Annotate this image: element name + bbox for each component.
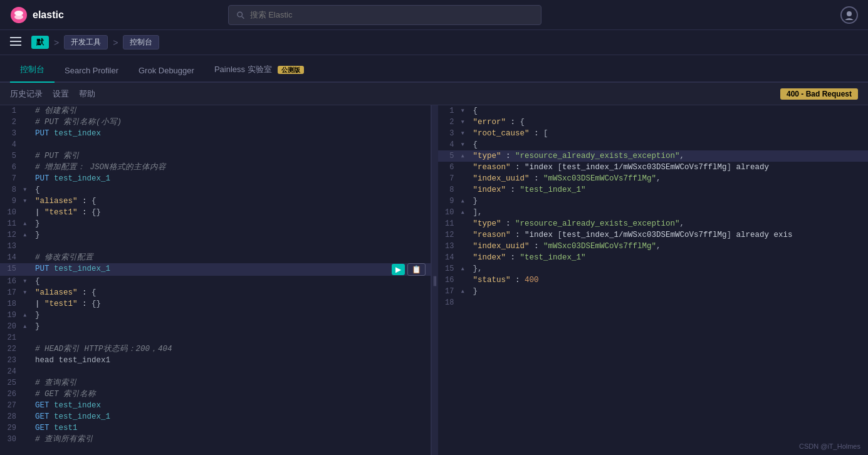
settings-button[interactable]: 设置: [53, 88, 69, 100]
global-search-bar[interactable]: [228, 5, 541, 25]
svg-point-5: [847, 11, 852, 16]
fold-arrow[interactable]: ▴: [461, 196, 471, 207]
code-line: 29 GET test1: [0, 422, 431, 434]
breadcrumb-sep-1: >: [54, 38, 59, 48]
fold-arrow[interactable]: [23, 332, 33, 343]
code-line: 19▴ }: [0, 310, 431, 321]
breadcrumb-devtools[interactable]: 开发工具: [64, 35, 108, 50]
fold-arrow[interactable]: [23, 128, 33, 139]
line-content: [33, 139, 431, 150]
code-line: 15 PUT test_index_1▶📋: [0, 263, 431, 276]
line-content: head test_index1: [33, 355, 431, 366]
fold-arrow[interactable]: [461, 218, 471, 229]
fold-arrow[interactable]: [23, 207, 33, 218]
fold-arrow[interactable]: [461, 184, 471, 196]
fold-arrow[interactable]: [23, 434, 33, 445]
code-line: 4: [0, 139, 431, 150]
fold-arrow[interactable]: [23, 343, 33, 355]
fold-arrow[interactable]: [23, 411, 33, 422]
line-number: 21: [0, 332, 23, 343]
search-input[interactable]: [250, 10, 534, 19]
history-button[interactable]: 历史记录: [10, 88, 43, 100]
fold-arrow[interactable]: ▴: [23, 321, 33, 332]
fold-arrow[interactable]: [461, 173, 471, 184]
fold-arrow[interactable]: ▾: [23, 276, 33, 287]
fold-arrow[interactable]: [461, 241, 471, 252]
fold-arrow[interactable]: ▴: [461, 150, 471, 162]
code-line: 13 "index_uuid" : "mWSxc03DSEmWCoVs7fflM…: [438, 241, 869, 252]
fold-arrow[interactable]: [23, 263, 33, 276]
fold-arrow[interactable]: [23, 366, 33, 377]
line-content: "index" : "test_index_1": [471, 252, 869, 263]
line-content: PUT test_index_1: [33, 263, 392, 276]
fold-arrow[interactable]: ▾: [23, 184, 33, 196]
fold-arrow[interactable]: ▴: [23, 310, 33, 321]
fold-arrow[interactable]: [23, 162, 33, 173]
code-line: 6 # 增加配置： JSON格式的主体内容: [0, 162, 431, 173]
code-line: 18: [438, 297, 869, 308]
fold-arrow[interactable]: [23, 377, 33, 389]
fold-arrow[interactable]: [23, 150, 33, 162]
fold-arrow[interactable]: [23, 117, 33, 128]
tab-grok-debugger[interactable]: Grok Debugger: [128, 60, 204, 83]
line-number: 9: [438, 196, 461, 207]
code-line: 27 GET test_index: [0, 400, 431, 411]
fold-arrow[interactable]: ▴: [461, 207, 471, 218]
line-number: 2: [0, 117, 23, 128]
tab-console[interactable]: 控制台: [10, 58, 55, 83]
fold-arrow[interactable]: [23, 422, 33, 434]
code-line: 9▾ "aliases" : {: [0, 196, 431, 207]
line-number: 4: [438, 139, 461, 150]
fold-arrow[interactable]: ▾: [461, 128, 471, 139]
fold-arrow[interactable]: ▾: [461, 139, 471, 150]
fold-arrow[interactable]: [461, 252, 471, 263]
line-content: "reason" : "index [test_index_1/mWSxc03D…: [471, 162, 869, 173]
tab-painless[interactable]: Painless 实验室 公测版: [204, 58, 314, 83]
line-content: "type" : "resource_already_exists_except…: [471, 150, 869, 162]
fold-arrow[interactable]: [461, 297, 471, 308]
run-button[interactable]: ▶: [392, 264, 405, 275]
elastic-logo[interactable]: elastic: [10, 6, 64, 24]
fold-arrow[interactable]: [23, 389, 33, 400]
editor-divider[interactable]: ∥: [432, 105, 438, 455]
copy-button[interactable]: 📋: [407, 263, 426, 276]
line-number: 19: [0, 310, 23, 321]
line-number: 7: [438, 173, 461, 184]
fold-arrow[interactable]: ▴: [23, 218, 33, 229]
fold-arrow[interactable]: [23, 400, 33, 411]
fold-arrow[interactable]: [23, 252, 33, 263]
line-number: 18: [438, 297, 461, 308]
fold-arrow[interactable]: ▴: [23, 229, 33, 241]
editor-container: 1 # 创建索引2 # PUT 索引名称(小写)3 PUT test_index…: [0, 105, 868, 455]
line-number: 6: [438, 162, 461, 173]
fold-arrow[interactable]: [461, 162, 471, 173]
fold-arrow[interactable]: [23, 355, 33, 366]
fold-arrow[interactable]: [23, 241, 33, 252]
fold-arrow[interactable]: [461, 275, 471, 286]
code-line: 12▴}: [0, 229, 431, 241]
fold-arrow[interactable]: ▴: [461, 286, 471, 297]
fold-arrow[interactable]: [23, 105, 33, 117]
breadcrumb-console[interactable]: 控制台: [123, 35, 159, 50]
tab-bar: 控制台 Search Profiler Grok Debugger Painle…: [0, 55, 868, 83]
fold-arrow[interactable]: ▾: [23, 287, 33, 298]
fold-arrow[interactable]: [23, 298, 33, 310]
fold-arrow[interactable]: [461, 229, 471, 241]
fold-arrow[interactable]: ▾: [461, 105, 471, 117]
fold-arrow[interactable]: ▴: [461, 263, 471, 275]
fold-arrow[interactable]: [23, 173, 33, 184]
help-button[interactable]: 帮助: [79, 88, 95, 100]
right-code-area[interactable]: 1▾{2▾ "error" : {3▾ "root_cause" : [4▾ {…: [438, 105, 869, 455]
user-avatar[interactable]: [840, 6, 858, 24]
left-code-area[interactable]: 1 # 创建索引2 # PUT 索引名称(小写)3 PUT test_index…: [0, 105, 431, 455]
nav-user-badge[interactable]: 默: [31, 36, 49, 49]
code-line: 2▾ "error" : {: [438, 117, 869, 128]
fold-arrow[interactable]: ▾: [461, 117, 471, 128]
fold-arrow[interactable]: ▾: [23, 196, 33, 207]
line-content: # PUT 索引: [33, 150, 431, 162]
fold-arrow[interactable]: [23, 139, 33, 150]
svg-point-2: [14, 14, 23, 19]
tab-search-profiler[interactable]: Search Profiler: [55, 60, 128, 83]
hamburger-button[interactable]: [10, 37, 21, 48]
line-content: }: [33, 321, 431, 332]
